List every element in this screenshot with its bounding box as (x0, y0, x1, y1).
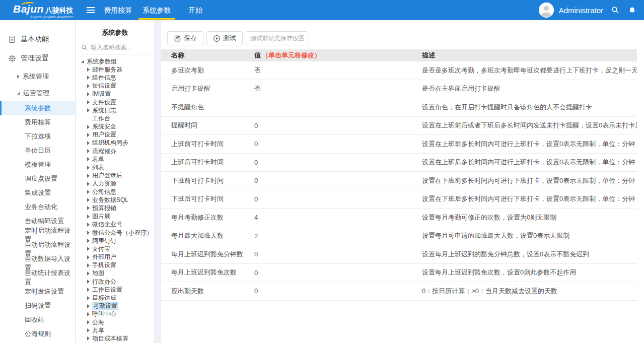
tree-item[interactable]: IM设置 (76, 90, 154, 98)
header-tabs: 费用核算系统参数开始 (99, 0, 215, 20)
param-value[interactable]: 0 (244, 287, 412, 295)
tree-item-label: 行政办公 (92, 278, 116, 286)
tree-item[interactable]: 行政办公 (76, 278, 154, 286)
tree-item-label: 业务数据SQL (92, 196, 128, 204)
param-value[interactable]: 0 (244, 122, 412, 129)
tree-item-label: 组织机构同步 (92, 139, 128, 147)
sidebar-item[interactable]: 公海规则 (0, 327, 75, 341)
header-tab[interactable]: 开始 (176, 0, 215, 20)
param-value[interactable]: 否 (244, 84, 412, 93)
chevron-collapsed-icon (87, 304, 90, 308)
sidebar-item[interactable]: 系统参数 (0, 101, 75, 115)
tree-item[interactable]: 外部用户 (76, 253, 154, 261)
tree-item[interactable]: 工作台 (76, 114, 154, 122)
sidebar-item[interactable]: 业务自动化 (0, 200, 75, 214)
tree-item[interactable]: 业务数据SQL (76, 196, 154, 204)
top-header: Bajun 八骏科技 Anyone,Anytime,Anywhere! 费用核算… (0, 0, 644, 20)
param-name: 启用打卡提醒 (161, 84, 244, 93)
chevron-collapsed-icon (87, 263, 90, 267)
table-row: 上班后可打卡时间0设置在上班后多长时间内可进行上班打卡，设置0表示无限制，单位：… (161, 154, 637, 172)
tree-item[interactable]: 邮件服务器 (76, 65, 154, 74)
sidebar-item[interactable]: 运营管理 (0, 85, 75, 101)
param-name: 多班次考勤 (161, 66, 244, 75)
header-tab[interactable]: 系统参数 (137, 0, 176, 20)
test-param-input[interactable] (246, 31, 308, 45)
tree-item[interactable]: 工作日设置 (76, 286, 154, 294)
param-value[interactable]: 0 (244, 159, 412, 166)
tree-item[interactable]: 短信设置 (76, 82, 154, 90)
tree-item[interactable]: 地图 (76, 269, 154, 278)
tree-item[interactable]: 手机设置 (76, 261, 154, 269)
sidebar-item[interactable]: 基本功能 (0, 30, 75, 49)
tree-item[interactable]: 公司信息 (76, 188, 154, 196)
sidebar-item[interactable]: 回收站 (0, 313, 75, 327)
param-value[interactable]: 0 (244, 177, 412, 184)
tree-item[interactable]: 呼叫中心 (76, 310, 154, 318)
tree-item[interactable]: 微信公众号（小程序） (76, 229, 154, 237)
chevron-collapsed-icon (87, 174, 90, 178)
tree-item-label: 短信设置 (92, 82, 116, 90)
chevron-collapsed-icon (87, 328, 90, 332)
bell-icon[interactable] (628, 7, 636, 14)
sidebar-item[interactable]: 管理设置 (0, 49, 75, 68)
header-tab[interactable]: 费用核算 (99, 0, 137, 20)
tree-item[interactable]: 表单 (76, 155, 154, 163)
sidebar-item[interactable]: 定时发送设置 (0, 285, 75, 299)
tree-item[interactable]: 图片展 (76, 213, 154, 221)
sidebar-item[interactable]: 模板管理 (0, 158, 75, 172)
param-value[interactable]: 2 (244, 232, 412, 240)
param-name: 上班后可打卡时间 (161, 158, 244, 167)
sidebar-item[interactable]: 自动统计报表设置 (0, 270, 75, 285)
param-value[interactable]: 0 (244, 250, 412, 258)
param-name: 每月最大加班天数 (161, 231, 244, 240)
tree-item[interactable]: 文件设置 (76, 98, 154, 106)
param-value[interactable]: 0 (244, 195, 412, 203)
sidebar-item[interactable]: 单位日历 (0, 144, 75, 158)
sidebar-item[interactable]: 调度点设置 (0, 172, 75, 186)
tree-item-label: 地图 (92, 269, 104, 278)
tree-root-item[interactable]: 系统参数组 (76, 57, 154, 65)
param-value[interactable]: 4 (244, 214, 412, 221)
tree-item-label: 工作日设置 (92, 286, 122, 294)
tree-item-label: 文件设置 (92, 98, 116, 107)
sidebar-item[interactable]: 开发平台 (0, 341, 75, 343)
sidebar-item[interactable]: 集成设置 (0, 186, 75, 200)
tree-item[interactable]: 公海 (76, 318, 154, 326)
tree-item[interactable]: 共享 (76, 326, 154, 334)
sidebar-item[interactable]: 扫码设置 (0, 299, 75, 313)
tree-item[interactable]: 列表 (76, 163, 154, 171)
tree-item[interactable]: 目标达成 (76, 294, 154, 302)
sidebar-item[interactable]: 费用核算 (0, 115, 75, 129)
param-value[interactable]: 0 (244, 269, 412, 277)
tree-item[interactable]: 人力资源 (76, 180, 154, 188)
sidebar-item[interactable]: 下拉选项 (0, 129, 75, 144)
tree-item[interactable]: 预算报销 (76, 204, 154, 212)
tree-item[interactable]: 流程催办 (76, 147, 154, 155)
param-value[interactable]: 否 (244, 66, 412, 75)
hamburger-menu-icon[interactable] (87, 7, 95, 13)
tree-item[interactable]: 微信企业号 (76, 221, 154, 229)
tree-item[interactable]: 组件信息 (76, 74, 154, 82)
avatar[interactable] (539, 3, 554, 18)
tree-item[interactable]: 用户设置 (76, 131, 154, 139)
chevron-expanded-icon (81, 60, 84, 63)
tree-search-input[interactable] (91, 44, 147, 51)
test-button[interactable]: 测试 (206, 31, 243, 45)
tree-item[interactable]: 系统日志 (76, 106, 154, 114)
tree-item[interactable]: 考勤设置 (76, 302, 154, 310)
tree-item[interactable]: 支付宝 (76, 245, 154, 253)
param-name: 不提醒角色 (161, 103, 244, 112)
search-icon[interactable] (611, 6, 619, 14)
chevron-collapsed-icon (87, 336, 90, 340)
chevron-collapsed-icon (87, 67, 90, 72)
save-button[interactable]: 保存 (167, 31, 203, 45)
tree-item[interactable]: 项目成本核算 (76, 334, 154, 342)
param-value[interactable]: 0 (244, 140, 412, 148)
user-name[interactable]: Administrator (559, 6, 603, 15)
sidebar-item[interactable]: 系统管理 (0, 68, 75, 85)
tree-item[interactable]: 用户登录后 (76, 172, 154, 180)
tree-item[interactable]: 系统安全 (76, 123, 154, 131)
tree-item[interactable]: 组织机构同步 (76, 139, 154, 147)
tree-item[interactable]: 阿里钉钉 (76, 237, 154, 245)
tree-search (81, 42, 150, 54)
